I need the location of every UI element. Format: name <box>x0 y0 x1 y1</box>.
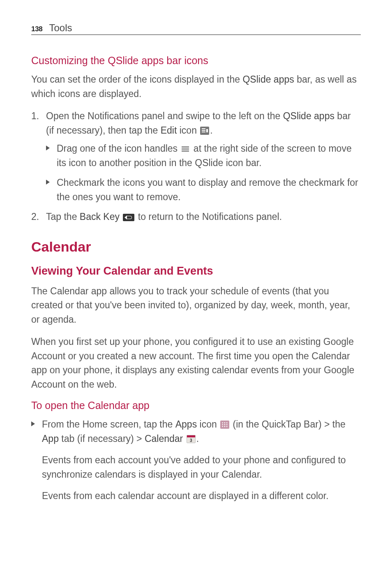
heading-calendar: Calendar <box>31 239 361 255</box>
svg-marker-0 <box>46 146 50 150</box>
triangle-bullet-icon <box>46 180 50 185</box>
handle-icon <box>181 146 190 153</box>
step-2: 2. Tap the Back Key to return to the Not… <box>31 210 361 224</box>
svg-marker-2 <box>31 421 35 426</box>
ordered-steps: 1. Open the Notifications panel and swip… <box>31 109 361 224</box>
sub-item-drag: Drag one of the icon handles at the righ… <box>46 141 361 170</box>
open-calendar-steps: From the Home screen, tap the Apps icon … <box>31 417 361 446</box>
sub-list: Drag one of the icon handles at the righ… <box>46 141 361 204</box>
page-header: 138 Tools <box>31 22 361 35</box>
apps-icon <box>220 421 229 429</box>
page-number: 138 <box>31 25 42 33</box>
calendar-icon <box>187 435 196 443</box>
calendar-p1: The Calendar app allows you to track you… <box>31 284 361 327</box>
triangle-bullet-icon <box>46 146 50 150</box>
open-calendar-step: From the Home screen, tap the Apps icon … <box>31 417 361 446</box>
sub-item-checkmark: Checkmark the icons you want to display … <box>46 176 361 204</box>
intro-paragraph: You can set the order of the icons displ… <box>31 72 361 101</box>
triangle-bullet-icon <box>31 421 35 426</box>
heading-customizing-qslide: Customizing the QSlide apps bar icons <box>31 55 361 67</box>
edit-icon <box>200 127 209 135</box>
heading-open-calendar: To open the Calendar app <box>31 400 361 411</box>
calendar-note-1: Events from each account you've added to… <box>31 453 361 481</box>
back-key-icon <box>123 214 134 221</box>
svg-marker-1 <box>46 180 50 185</box>
step-1: 1. Open the Notifications panel and swip… <box>31 109 361 204</box>
section-name: Tools <box>49 22 72 34</box>
calendar-p2: When you first set up your phone, you co… <box>31 335 361 391</box>
heading-viewing-calendar: Viewing Your Calendar and Events <box>31 265 361 277</box>
calendar-note-2: Events from each calendar account are di… <box>31 489 361 503</box>
